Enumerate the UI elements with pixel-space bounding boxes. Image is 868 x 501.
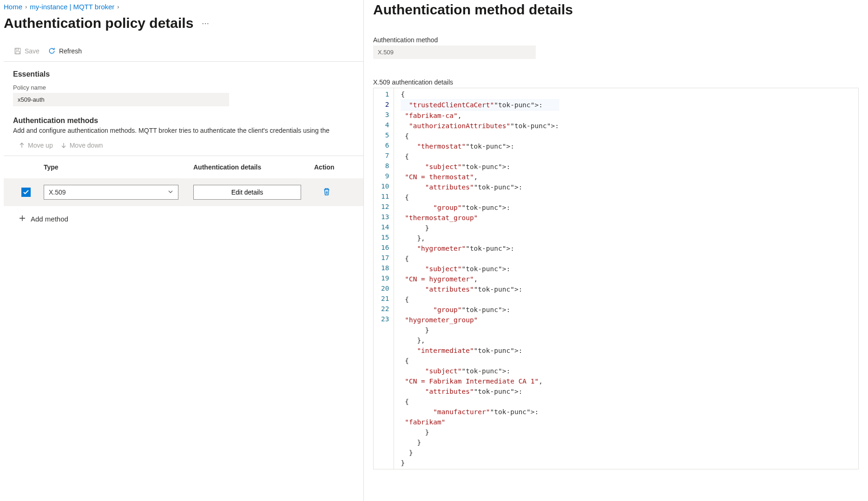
arrow-down-icon [60, 142, 67, 149]
essentials-heading: Essentials [13, 70, 354, 78]
add-method-label: Add method [31, 215, 68, 223]
policy-name-label: Policy name [13, 84, 354, 91]
move-up-button[interactable]: Move up [19, 142, 53, 149]
breadcrumb-instance[interactable]: my-instance | MQTT broker [30, 3, 114, 11]
col-type: Type [44, 163, 193, 171]
row-checkbox[interactable] [21, 188, 31, 197]
more-icon[interactable]: ⋯ [202, 19, 210, 28]
move-toolbar: Move up Move down [19, 134, 354, 156]
plus-icon [19, 215, 26, 223]
essentials-section: Essentials Policy name Authentication me… [4, 62, 363, 156]
save-label: Save [25, 47, 39, 55]
methods-description: Add and configure authentication methods… [13, 127, 354, 134]
col-details: Authentication details [193, 163, 314, 171]
save-button[interactable]: Save [13, 46, 40, 57]
breadcrumb: Home › my-instance | MQTT broker › [4, 0, 363, 13]
refresh-button[interactable]: Refresh [47, 45, 83, 57]
code-editor[interactable]: 1234567891011121314151617181920212223 { … [373, 88, 859, 469]
table-row: X.509 Edit details [4, 178, 363, 206]
type-select-value: X.509 [49, 189, 66, 196]
left-panel: Home › my-instance | MQTT broker › Authe… [0, 0, 364, 501]
edit-details-button[interactable]: Edit details [193, 185, 301, 200]
move-up-label: Move up [28, 142, 53, 149]
page-title-row: Authentication policy details ⋯ [4, 13, 363, 42]
method-field: Authentication method X.509 [373, 36, 859, 59]
code-body[interactable]: { "trustedClientCaCert""tok-punc">: "fab… [394, 88, 559, 469]
move-down-label: Move down [70, 142, 103, 149]
refresh-icon [48, 47, 56, 55]
method-value: X.509 [373, 46, 536, 59]
svg-rect-1 [16, 48, 19, 50]
save-icon [14, 47, 21, 55]
add-method-button[interactable]: Add method [4, 206, 68, 223]
breadcrumb-home[interactable]: Home [4, 3, 22, 11]
right-panel: Authentication method details Authentica… [364, 0, 868, 501]
svg-rect-2 [16, 52, 20, 54]
page-title: Authentication policy details [4, 15, 193, 31]
right-panel-title: Authentication method details [373, 0, 859, 36]
move-down-button[interactable]: Move down [60, 142, 103, 149]
type-select[interactable]: X.509 [44, 185, 178, 200]
details-label: X.509 authentication details [373, 78, 859, 86]
policy-name-field [13, 93, 229, 106]
methods-table: Type Authentication details Action X.509… [4, 156, 363, 223]
chevron-right-icon: › [117, 3, 119, 10]
toolbar: Save Refresh [4, 42, 363, 62]
methods-heading: Authentication methods [13, 117, 354, 125]
method-label: Authentication method [373, 36, 859, 44]
trash-icon [322, 190, 331, 197]
code-gutter: 1234567891011121314151617181920212223 [374, 88, 394, 469]
refresh-label: Refresh [59, 47, 82, 55]
delete-button[interactable] [322, 188, 331, 197]
table-header: Type Authentication details Action [4, 156, 363, 178]
chevron-right-icon: › [25, 3, 27, 10]
arrow-up-icon [19, 142, 25, 149]
col-action: Action [314, 163, 363, 171]
chevron-down-icon [168, 189, 173, 196]
